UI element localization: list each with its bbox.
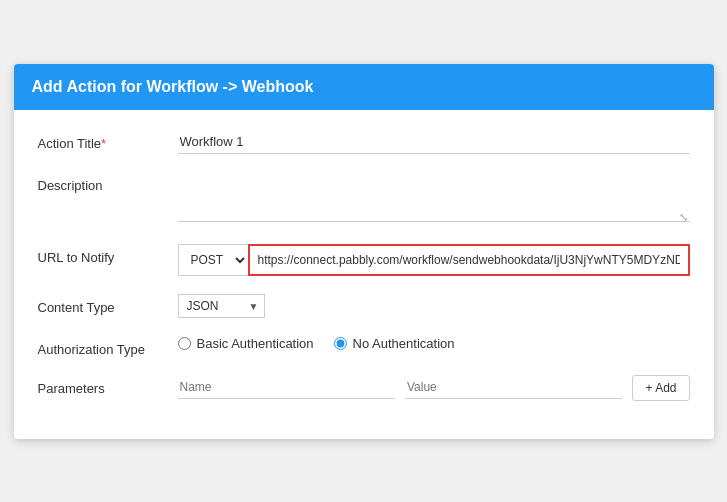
modal-title: Add Action for Workflow -> Webhook: [32, 78, 314, 95]
content-type-select[interactable]: JSON XML Form Data: [178, 294, 265, 318]
description-row: Description ⤡: [38, 172, 690, 226]
url-label: URL to Notify: [38, 244, 178, 265]
description-label: Description: [38, 172, 178, 193]
parameters-row: Parameters + Add: [38, 375, 690, 401]
modal-body: Action Title* Description ⤡ URL to Notif…: [14, 110, 714, 439]
authorization-row: Authorization Type Basic Authentication …: [38, 336, 690, 357]
content-type-label: Content Type: [38, 294, 178, 315]
modal-header: Add Action for Workflow -> Webhook: [14, 64, 714, 110]
no-auth-option[interactable]: No Authentication: [334, 336, 455, 351]
parameters-label: Parameters: [38, 375, 178, 396]
resize-icon: ⤡: [679, 211, 688, 224]
url-row: URL to Notify POST: [38, 244, 690, 276]
action-title-control: [178, 130, 690, 154]
add-button[interactable]: + Add: [632, 375, 689, 401]
action-title-label: Action Title*: [38, 130, 178, 151]
basic-auth-radio[interactable]: [178, 337, 191, 350]
no-auth-label: No Authentication: [353, 336, 455, 351]
auth-options: Basic Authentication No Authentication: [178, 336, 690, 351]
description-control: ⤡: [178, 172, 690, 226]
basic-auth-label: Basic Authentication: [197, 336, 314, 351]
param-value-input[interactable]: [405, 376, 622, 399]
url-input-row: POST: [178, 244, 690, 276]
url-input-wrap: [248, 244, 690, 276]
modal-container: Add Action for Workflow -> Webhook Actio…: [14, 64, 714, 439]
method-select[interactable]: POST: [178, 244, 248, 276]
param-name-input[interactable]: [178, 376, 395, 399]
no-auth-radio[interactable]: [334, 337, 347, 350]
action-title-input[interactable]: [178, 130, 690, 154]
params-inputs: + Add: [178, 375, 690, 401]
content-type-select-wrap: JSON XML Form Data ▼: [178, 294, 690, 318]
authorization-label: Authorization Type: [38, 336, 178, 357]
url-input[interactable]: [258, 253, 680, 267]
select-wrap: JSON XML Form Data ▼: [178, 294, 265, 318]
parameters-control: + Add: [178, 375, 690, 401]
authorization-control: Basic Authentication No Authentication: [178, 336, 690, 351]
content-type-row: Content Type JSON XML Form Data ▼: [38, 294, 690, 318]
description-input[interactable]: [178, 172, 690, 222]
content-type-control: JSON XML Form Data ▼: [178, 294, 690, 318]
basic-auth-option[interactable]: Basic Authentication: [178, 336, 314, 351]
action-title-row: Action Title*: [38, 130, 690, 154]
url-control: POST: [178, 244, 690, 276]
